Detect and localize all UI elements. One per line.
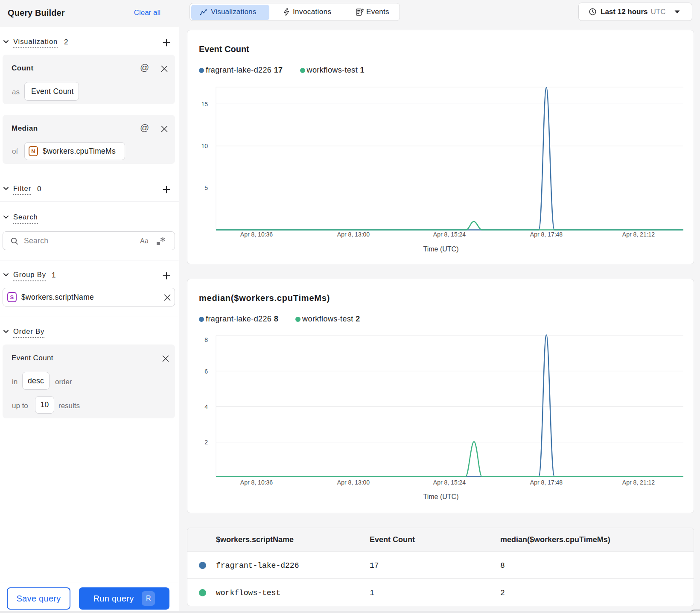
svg-text:Apr 8, 15:24: Apr 8, 15:24: [433, 231, 466, 238]
svg-text:8: 8: [204, 336, 208, 343]
svg-text:Apr 8, 21:12: Apr 8, 21:12: [622, 231, 655, 238]
svg-text:2: 2: [204, 439, 208, 446]
svg-text:Apr 8, 13:00: Apr 8, 13:00: [337, 479, 370, 486]
svg-text:Apr 8, 13:00: Apr 8, 13:00: [337, 231, 370, 238]
svg-text:4: 4: [204, 403, 208, 410]
svg-text:Apr 8, 17:48: Apr 8, 17:48: [530, 479, 563, 486]
svg-text:Apr 8, 10:36: Apr 8, 10:36: [240, 479, 273, 486]
svg-text:Apr 8, 10:36: Apr 8, 10:36: [240, 231, 273, 238]
svg-text:Time (UTC): Time (UTC): [423, 493, 459, 500]
svg-text:15: 15: [201, 101, 208, 108]
svg-text:Apr 8, 17:48: Apr 8, 17:48: [530, 231, 563, 238]
svg-text:6: 6: [204, 368, 208, 375]
svg-text:5: 5: [204, 184, 208, 191]
svg-text:Apr 8, 15:24: Apr 8, 15:24: [433, 479, 466, 486]
svg-text:Apr 8, 21:12: Apr 8, 21:12: [622, 479, 655, 486]
svg-text:Time (UTC): Time (UTC): [423, 245, 459, 253]
svg-text:10: 10: [201, 143, 208, 149]
